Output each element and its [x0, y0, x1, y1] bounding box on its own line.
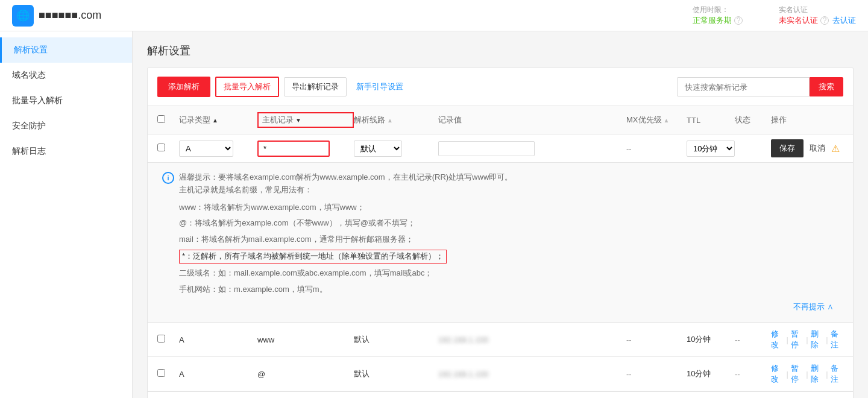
- row1-host: www: [257, 335, 354, 344]
- col-status: 状态: [735, 115, 771, 125]
- row2-type: A: [179, 370, 257, 379]
- cancel-button[interactable]: 取消: [806, 141, 829, 156]
- sort-line-icon: ▲: [387, 117, 393, 124]
- row1-pause-link[interactable]: 暂停: [791, 329, 804, 350]
- select-all-checkbox[interactable]: [157, 115, 165, 123]
- logo-icon: 🌐: [12, 5, 34, 27]
- row1-checkbox-col: [157, 335, 179, 344]
- edit-row: A CNAME MX TXT NS AAAA ✕: [148, 134, 853, 163]
- footer-row: 暂停 启用 删除 1/1页 ‹ › 跳转: [148, 391, 853, 398]
- sort-mx-icon: ▲: [664, 117, 670, 124]
- hint-title-row: i 温馨提示：要将域名example.com解析为www.example.com…: [162, 171, 838, 197]
- wildcard-highlight: *：泛解析，所有子域名均被解析到统一地址（除单独设置的子域名解析）；: [179, 250, 447, 264]
- col-value: 记录值: [438, 115, 626, 125]
- search-input[interactable]: [677, 77, 810, 96]
- row2-edit-link[interactable]: 修改: [771, 363, 784, 385]
- sidebar-item-security[interactable]: 安全防护: [0, 113, 132, 139]
- row1-delete-link[interactable]: 删除: [811, 329, 823, 350]
- hint-item-mail: mail：将域名解析为mail.example.com，通常用于解析邮箱服务器；: [179, 233, 838, 246]
- not-show-hint-button[interactable]: 不再提示 ∧: [162, 299, 838, 312]
- ttl-select[interactable]: 10分钟 30分钟 1小时: [687, 141, 735, 157]
- row1-mx: --: [626, 335, 687, 344]
- hint-item-mobile: 手机网站：如：m.example.com，填写m。: [179, 283, 838, 296]
- host-input[interactable]: [263, 144, 365, 153]
- col-host[interactable]: 主机记录 ▼: [257, 112, 354, 128]
- row2-checkbox-col: [157, 369, 179, 379]
- edit-row-checkbox[interactable]: [157, 144, 165, 151]
- hint-main-text: 温馨提示：要将域名example.com解析为www.example.com，在…: [179, 171, 512, 197]
- hint-item-www: www：将域名解析为www.example.com，填写www；: [179, 201, 838, 214]
- row1-checkbox[interactable]: [157, 335, 165, 343]
- edit-type-col: A CNAME MX TXT NS AAAA: [179, 141, 257, 157]
- guide-button[interactable]: 新手引导设置: [351, 78, 408, 96]
- host-input-wrapper: ✕: [257, 141, 330, 157]
- col-line[interactable]: 解析线路 ▲: [354, 115, 438, 125]
- col-ttl: TTL: [687, 116, 735, 125]
- edit-value-col: [438, 141, 626, 156]
- row2-mx: --: [626, 370, 687, 379]
- save-button[interactable]: 保存: [771, 139, 804, 157]
- row2-note-link[interactable]: 备注: [831, 363, 843, 385]
- search-button[interactable]: 搜索: [810, 77, 843, 96]
- row1-note-link[interactable]: 备注: [831, 329, 843, 350]
- row1-line: 默认: [354, 334, 438, 345]
- edit-actions-col: 保存 取消 ⚠: [771, 139, 843, 157]
- row1-edit-link[interactable]: 修改: [771, 329, 784, 350]
- row2-ttl: 10分钟: [687, 368, 735, 379]
- row1-type: A: [179, 335, 257, 344]
- sort-host-icon: ▼: [295, 117, 301, 124]
- service-value: 正常服务期 ?: [693, 15, 743, 26]
- service-period-block: 使用时限： 正常服务期 ?: [693, 5, 743, 26]
- domain-name: ■■■■■■.com: [39, 9, 101, 22]
- table-row: A www 默认 192.168.1.100 -- 10分钟 -- 修改 | 暂…: [148, 323, 853, 357]
- row1-actions: 修改 | 暂停 | 删除 | 备注: [771, 329, 843, 350]
- row2-status: --: [735, 370, 771, 379]
- sidebar-item-parse-log[interactable]: 解析日志: [0, 139, 132, 164]
- content-card: 添加解析 批量导入解析 导出解析记录 新手引导设置 搜索 记录类型 ▲ 主机记录: [147, 68, 854, 398]
- sort-type-icon: ▲: [212, 117, 218, 124]
- row2-value: 192.168.1.100: [438, 370, 626, 379]
- hint-item-at: @：将域名解析为example.com（不带www），填写@或者不填写；: [179, 217, 838, 230]
- col-action: 操作: [771, 115, 843, 125]
- col-mx[interactable]: MX优先级 ▲: [626, 115, 687, 125]
- edit-checkbox-col: [157, 144, 179, 153]
- row2-actions: 修改 | 暂停 | 删除 | 备注: [771, 363, 843, 385]
- sidebar-item-domain-status[interactable]: 域名状态: [0, 63, 132, 88]
- import-parse-button[interactable]: 批量导入解析: [215, 77, 279, 97]
- row2-checkbox[interactable]: [157, 369, 165, 377]
- page-title: 解析设置: [147, 43, 854, 58]
- row2-host: @: [257, 370, 354, 379]
- sidebar-item-parse-settings[interactable]: 解析设置: [0, 37, 132, 63]
- sidebar-item-batch-import[interactable]: 批量导入解析: [0, 88, 132, 113]
- info-circle-icon: i: [162, 172, 174, 184]
- service-label: 使用时限：: [693, 5, 729, 15]
- header-right: 使用时限： 正常服务期 ? 实名认证 未实名认证 ? 去认证: [693, 5, 856, 26]
- record-type-select[interactable]: A CNAME MX TXT NS AAAA: [179, 141, 233, 157]
- edit-ttl-col: 10分钟 30分钟 1小时: [687, 141, 735, 157]
- hint-box: i 温馨提示：要将域名example.com解析为www.example.com…: [148, 163, 853, 323]
- cert-go-link[interactable]: 去认证: [832, 15, 856, 26]
- top-header: 🌐 ■■■■■■.com 使用时限： 正常服务期 ? 实名认证 未实名认证 ? …: [0, 0, 868, 31]
- col-type[interactable]: 记录类型 ▲: [179, 115, 257, 125]
- toolbar: 添加解析 批量导入解析 导出解析记录 新手引导设置 搜索: [148, 68, 853, 106]
- warning-icon[interactable]: ⚠: [831, 143, 840, 154]
- edit-line-col: 默认: [354, 141, 438, 157]
- main-content: 解析设置 添加解析 批量导入解析 导出解析记录 新手引导设置 搜索 记录类型 ▲: [133, 31, 868, 398]
- add-parse-button[interactable]: 添加解析: [157, 77, 210, 97]
- line-select[interactable]: 默认: [354, 141, 402, 157]
- row2-delete-link[interactable]: 删除: [811, 363, 823, 385]
- sidebar: 解析设置 域名状态 批量导入解析 安全防护 解析日志: [0, 31, 133, 398]
- cert-block: 实名认证 未实名认证 ? 去认证: [779, 5, 856, 26]
- record-value-input[interactable]: [438, 141, 535, 156]
- table-row: A @ 默认 192.168.1.100 -- 10分钟 -- 修改 | 暂停 …: [148, 357, 853, 391]
- search-area: 搜索: [677, 77, 843, 96]
- hint-item-second-level: 二级域名：如：mail.example.com或abc.example.com，…: [179, 267, 838, 280]
- edit-host-col: ✕: [257, 141, 354, 157]
- service-help-icon[interactable]: ?: [734, 16, 743, 25]
- row2-pause-link[interactable]: 暂停: [791, 363, 804, 385]
- cert-value: 未实名认证 ?: [779, 15, 829, 26]
- logo-area: 🌐 ■■■■■■.com: [12, 5, 101, 27]
- hint-items: www：将域名解析为www.example.com，填写www； @：将域名解析…: [162, 201, 838, 296]
- export-parse-button[interactable]: 导出解析记录: [284, 77, 347, 96]
- cert-help-icon[interactable]: ?: [820, 16, 829, 25]
